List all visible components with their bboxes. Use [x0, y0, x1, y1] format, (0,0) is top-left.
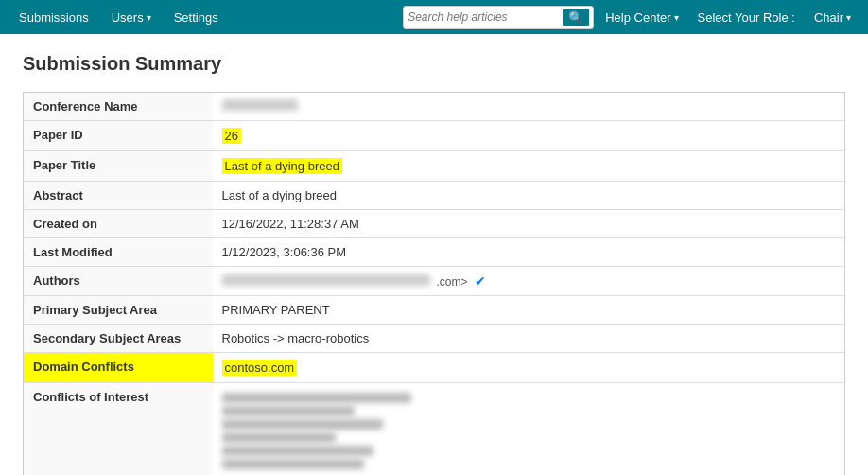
paper-title-value: Last of a dying breed [222, 158, 342, 174]
authors-blurred [222, 274, 430, 286]
row-label: Last Modified [24, 238, 213, 267]
row-label: Created on [24, 210, 213, 238]
row-label: Paper Title [24, 151, 213, 182]
verified-icon: ✔ [475, 273, 486, 289]
help-center-label: Help Center [605, 10, 670, 25]
table-row: Authors .com> ✔ [24, 267, 845, 296]
row-label: Conference Name [24, 93, 213, 121]
row-value: Last of a dying breed [213, 182, 845, 210]
conflict-blur-1 [222, 393, 411, 403]
row-value: 26 [213, 121, 845, 151]
chair-label: Chair [814, 10, 843, 25]
row-label: Secondary Subject Areas [24, 325, 213, 353]
chair-chevron-icon: ▾ [846, 12, 851, 23]
nav-chair[interactable]: Chair ▾ [807, 5, 859, 30]
nav-select-role[interactable]: Select Your Role : [690, 5, 803, 30]
table-row: Secondary Subject Areas Robotics -> macr… [24, 325, 845, 353]
table-row: Created on 12/16/2022, 11:28:37 AM [24, 210, 845, 238]
table-row: Primary Subject Area PRIMARY PARENT [24, 296, 845, 325]
row-value: Last of a dying breed [213, 151, 845, 182]
row-label: Abstract [24, 182, 213, 210]
settings-label: Settings [174, 10, 218, 25]
conflict-blur-3 [222, 419, 383, 430]
nav-settings[interactable]: Settings [165, 5, 228, 30]
nav-submissions[interactable]: Submissions [9, 5, 98, 30]
row-label: Primary Subject Area [24, 296, 213, 325]
nav-right: Help Center ▾ Select Your Role : Chair ▾ [598, 5, 859, 30]
page-title: Submission Summary [23, 53, 845, 75]
domain-conflicts-label: Domain Conflicts [24, 353, 213, 383]
conflict-blur-5 [222, 446, 373, 456]
submissions-label: Submissions [19, 10, 89, 25]
summary-table: Conference Name Paper ID 26 Paper Title … [23, 92, 845, 475]
row-value: .com> ✔ [213, 267, 845, 296]
content-area: Submission Summary Conference Name Paper… [0, 34, 868, 475]
row-label: Authors [24, 267, 213, 296]
paper-id-value: 26 [222, 128, 241, 144]
domain-conflicts-value: contoso.com [222, 360, 298, 376]
users-chevron-icon: ▾ [147, 12, 151, 23]
conflict-blur-4 [222, 432, 336, 443]
table-row: Paper ID 26 [24, 121, 845, 151]
row-value [213, 93, 845, 121]
conference-name-blurred [222, 99, 298, 111]
nav-users[interactable]: Users ▾ [102, 5, 161, 30]
row-value: contoso.com [213, 353, 845, 383]
table-row-domain-conflicts: Domain Conflicts contoso.com [24, 353, 845, 383]
table-row-conflicts: Conflicts of Interest [24, 383, 845, 476]
table-row: Conference Name [24, 93, 845, 121]
row-label: Conflicts of Interest [24, 383, 213, 476]
table-row: Abstract Last of a dying breed [24, 182, 845, 210]
row-value: 1/12/2023, 3:06:36 PM [213, 238, 845, 267]
table-row: Paper Title Last of a dying breed [24, 151, 845, 182]
search-bar: 🔍 [403, 6, 594, 29]
navbar: Submissions Users ▾ Settings 🔍 Help Cent… [0, 0, 868, 34]
select-role-label: Select Your Role : [698, 10, 795, 25]
row-value: 12/16/2022, 11:28:37 AM [213, 210, 845, 238]
search-button[interactable]: 🔍 [563, 9, 589, 26]
row-value: Robotics -> macro-robotics [213, 325, 845, 353]
users-label: Users [112, 10, 144, 25]
nav-help-center[interactable]: Help Center ▾ [598, 5, 686, 30]
row-value: PRIMARY PARENT [213, 296, 845, 325]
search-input[interactable] [408, 10, 559, 24]
conflict-blur-2 [222, 406, 355, 416]
conflict-blur-6 [222, 459, 364, 469]
row-label: Paper ID [24, 121, 213, 151]
row-value [213, 383, 845, 476]
help-chevron-icon: ▾ [674, 12, 679, 23]
table-row: Last Modified 1/12/2023, 3:06:36 PM [24, 238, 845, 267]
